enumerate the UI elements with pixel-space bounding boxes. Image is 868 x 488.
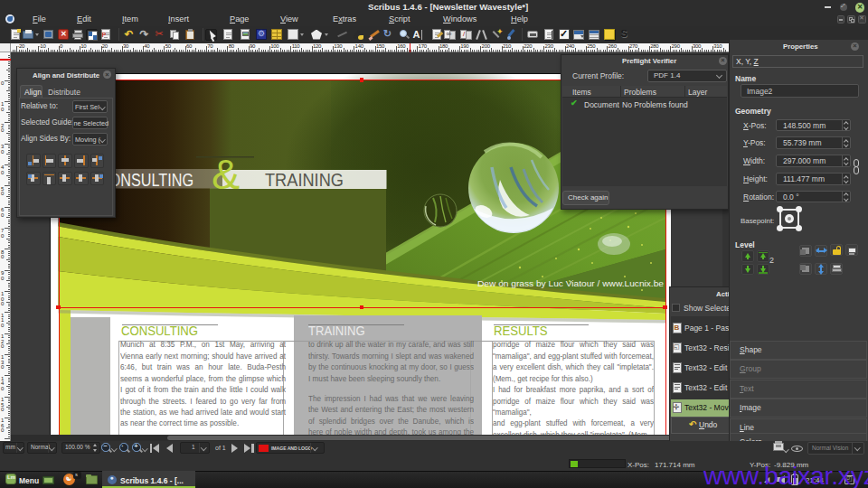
svg-text:TRAINING: TRAINING <box>265 169 344 190</box>
svg-text:Dew on grass by Luc Viatour /: Dew on grass by Luc Viatour / www.Lucnix… <box>477 279 664 288</box>
svg-text:&: & <box>212 150 240 198</box>
